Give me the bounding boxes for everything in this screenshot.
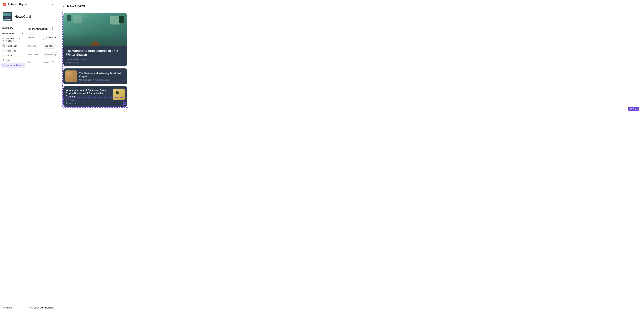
param-name-on-menu-tapped: on Menu tapped	[6, 64, 23, 66]
thumb-mini	[3, 12, 12, 21]
thumb-mini-row	[3, 18, 12, 21]
panel-body: Summary Parameters + on N	[0, 24, 57, 304]
sel-dot-4	[124, 104, 126, 105]
summary-title: Summary	[0, 24, 26, 31]
layer-label: Layer	[28, 61, 42, 64]
share-label: Share with developer	[34, 306, 54, 309]
param-item-headline[interactable]: T headline	[0, 48, 26, 53]
share-button[interactable]: Share with developer	[30, 306, 54, 309]
left-panel: Relay for Figma ×	[0, 0, 57, 311]
card-large-date: August 25, 2021	[66, 62, 124, 64]
sel-dot-1	[122, 102, 124, 104]
card-medium-meta: Morning Break November 10, 2021	[79, 79, 125, 81]
param-item-on-newscard-tapped[interactable]: on NewsCard tapped	[0, 36, 26, 43]
preview-title-row: ✦ NewsCard	[62, 4, 639, 8]
card-small-content: Wondering Hour: A Childhood Story, Grizz…	[66, 88, 111, 104]
layer-value: menu	[43, 61, 49, 64]
news-card-component: The Wonderful Architectures of This Wint…	[64, 13, 127, 107]
layer-wrap: menu	[43, 60, 54, 64]
svg-point-11	[52, 61, 54, 63]
app-header: Relay for Figma ×	[0, 0, 57, 9]
thumb-mini-line-2	[6, 20, 10, 20]
param-item-author[interactable]: T author	[0, 53, 26, 58]
param-list: on NewsCard tapped thumbnail T	[0, 36, 26, 68]
svg-point-12	[52, 62, 54, 62]
panel-footer: No errors Share with developer	[0, 304, 57, 311]
text-icon-headline: T	[2, 50, 5, 52]
crosshair-icon	[52, 60, 54, 64]
preview-component-name: NewsCard	[67, 4, 85, 8]
app-logo-icon	[3, 3, 6, 6]
card-small-author: The Bees	[66, 99, 111, 101]
more-button[interactable]: ⋮	[50, 14, 54, 19]
card-medium-content: The New Method to Making Breakfast Crepe…	[79, 72, 125, 81]
name-label: Name	[28, 36, 42, 38]
svg-point-19	[32, 308, 32, 309]
property-field-row: Property tap-handler ⌄	[26, 42, 57, 50]
svg-point-6	[3, 45, 4, 46]
diamond-icon: ✦	[62, 4, 65, 8]
component-header: NewsCard ⋮	[0, 9, 57, 24]
property-label: Property	[28, 45, 42, 47]
text-icon-date: T	[2, 59, 5, 62]
card-large-content: The Wonderful Architectures of This Wint…	[64, 46, 127, 66]
sel-dot-3	[122, 104, 124, 105]
right-panel: ✦ NewsCard The Wonderful Architectures o…	[57, 0, 644, 311]
param-name-thumbnail: thumbnail	[6, 45, 17, 47]
parameters-header: Parameters +	[0, 31, 26, 36]
detail-title: on Menu tapped	[28, 27, 48, 30]
thumb-mini-text1	[4, 17, 10, 18]
description-input[interactable]	[43, 52, 57, 57]
sel-dot-2	[124, 102, 126, 104]
property-select[interactable]: tap-handler	[43, 43, 54, 48]
app-logo: Relay for Figma	[3, 3, 27, 6]
param-item-on-menu-tapped[interactable]: on Menu tapped	[1, 62, 25, 68]
add-parameter-button[interactable]: +	[22, 32, 24, 35]
component-title: NewsCard	[14, 15, 31, 18]
param-name-headline: headline	[6, 50, 16, 52]
param-name-author: author	[6, 54, 14, 57]
share-icon	[30, 306, 33, 309]
thumb-mini-line	[6, 19, 11, 20]
param-item-date[interactable]: T date	[0, 58, 26, 62]
svg-line-21	[31, 308, 32, 308]
card-large-headline: The Wonderful Architectures of This Wint…	[66, 49, 124, 57]
card-medium-image	[66, 70, 77, 82]
thumb-mini-img	[3, 12, 12, 16]
card-large-author: The Seasonal Sagas	[66, 58, 124, 61]
shutters-right	[119, 16, 124, 23]
layer-target-button[interactable]	[52, 60, 54, 64]
description-field-row: Description	[26, 50, 57, 59]
param-item-thumbnail[interactable]: thumbnail	[0, 43, 26, 48]
size-badge: 24 × 24	[628, 107, 639, 111]
close-button[interactable]: ×	[51, 2, 54, 7]
name-input[interactable]	[43, 35, 57, 40]
selection-dots	[122, 102, 126, 105]
card-small-headline: Wondering Hour: A Childhood Story, Grizz…	[66, 88, 111, 98]
card-large: The Wonderful Architectures of This Wint…	[64, 13, 127, 66]
card-medium-headline: The New Method to Making Breakfast Crepe…	[79, 72, 125, 78]
card-large-image	[64, 13, 127, 46]
card-medium: The New Method to Making Breakfast Crepe…	[64, 68, 127, 84]
preview-dashed-border: The Wonderful Architectures of This Wint…	[62, 12, 128, 108]
summary-pane: Summary Parameters + on N	[0, 24, 26, 304]
detail-pane: on Menu tapped 🗑 Name Property tap-handl…	[26, 24, 57, 304]
property-select-wrap: tap-handler ⌄	[43, 43, 54, 48]
svg-rect-5	[3, 44, 5, 47]
svg-point-1	[3, 38, 4, 40]
card-medium-date: November 10, 2021	[93, 79, 109, 81]
svg-line-20	[31, 307, 32, 308]
no-errors-label: No errors	[3, 306, 12, 309]
svg-point-7	[3, 64, 4, 65]
svg-point-17	[32, 306, 32, 307]
delete-button[interactable]: 🗑	[50, 26, 54, 31]
text-icon-author: T	[2, 54, 5, 57]
param-name-date: date	[6, 59, 11, 62]
lamppost	[82, 40, 83, 46]
tap-icon	[2, 38, 5, 41]
card-medium-author: Morning Break	[79, 79, 91, 81]
thumb-mini-lines	[6, 19, 12, 21]
shutters-left	[67, 15, 71, 21]
preview-canvas: The Wonderful Architectures of This Wint…	[62, 12, 639, 108]
layer-field-row: Layer menu	[26, 59, 57, 66]
